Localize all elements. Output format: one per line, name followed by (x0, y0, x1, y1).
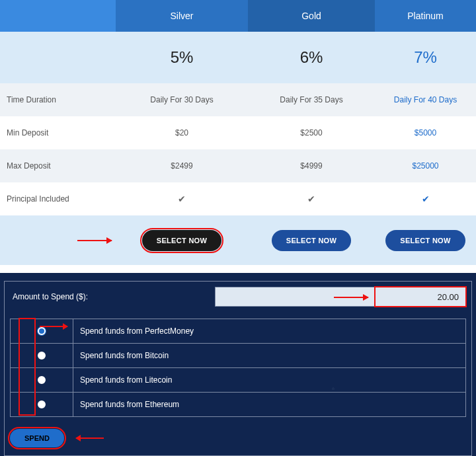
radio-icon[interactable] (38, 327, 46, 335)
plan-header-gold: Gold (248, 0, 375, 32)
check-icon: ✔ (178, 194, 186, 204)
arrow-right-icon (77, 240, 112, 241)
plan-header-platinum: Platinum (375, 0, 476, 32)
percent-platinum: 7% (375, 32, 476, 83)
select-cell-platinum: SELECT NOW (375, 215, 476, 265)
select-cell-gold: SELECT NOW (248, 215, 375, 265)
payment-row-perfectmoney[interactable]: Spend funds from PerfectMoney (11, 319, 465, 344)
percent-silver: 5% (116, 32, 248, 83)
radio-icon[interactable] (38, 352, 46, 360)
spend-panel: Amount to Spend ($): Spend funds from Pe… (0, 273, 476, 456)
arrow-right-icon (76, 437, 104, 439)
payment-label: Spend funds from Bitcoin (73, 344, 465, 367)
row-label-principal: Principal Included (0, 182, 116, 215)
payment-row-bitcoin[interactable]: Spend funds from Bitcoin (11, 344, 465, 368)
payment-label: Spend funds from Ethereum (73, 393, 465, 416)
payment-label: Spend funds from PerfectMoney (73, 319, 465, 343)
duration-platinum: Daily For 40 Days (375, 83, 476, 116)
row-label-duration: Time Duration (0, 83, 116, 116)
pricing-table: Silver Gold Platinum 5% 6% 7% Time Durat… (0, 0, 476, 265)
min-silver: $20 (116, 116, 248, 149)
row-label-max: Max Deposit (0, 149, 116, 182)
radio-icon[interactable] (38, 400, 46, 408)
payment-methods-table: Spend funds from PerfectMoney Spend fund… (10, 319, 466, 417)
payment-label: Spend funds from Litecoin (73, 368, 465, 392)
principal-silver: ✔ (116, 182, 248, 215)
amount-row: Amount to Spend ($): (10, 287, 466, 307)
row-label-min: Min Deposit (0, 116, 116, 149)
min-platinum: $5000 (375, 116, 476, 149)
header-blank (0, 0, 116, 32)
select-now-button-platinum[interactable]: SELECT NOW (385, 230, 465, 251)
check-icon: ✔ (307, 194, 315, 204)
check-icon: ✔ (422, 194, 430, 204)
spend-button[interactable]: SPEND (10, 429, 64, 447)
arrow-right-icon (40, 326, 67, 327)
duration-silver: Daily For 30 Days (116, 83, 248, 116)
radio-cell[interactable] (11, 368, 73, 392)
payment-row-ethereum[interactable]: Spend funds from Ethereum (11, 393, 465, 416)
max-platinum: $25000 (375, 149, 476, 182)
select-arrow-cell (0, 215, 116, 265)
spend-panel-inner: Amount to Spend ($): Spend funds from Pe… (4, 281, 472, 456)
max-silver: $2499 (116, 149, 248, 182)
min-gold: $2500 (248, 116, 375, 149)
select-now-button-silver[interactable]: SELECT NOW (142, 230, 221, 251)
plan-header-silver: Silver (116, 0, 248, 32)
arrow-right-icon (334, 297, 368, 298)
select-cell-silver: SELECT NOW (116, 215, 248, 265)
radio-cell[interactable] (11, 344, 73, 367)
principal-gold: ✔ (248, 182, 375, 215)
percent-gold: 6% (248, 32, 375, 83)
spend-button-row: SPEND (10, 429, 466, 447)
radio-icon[interactable] (38, 376, 46, 384)
max-gold: $4999 (248, 149, 375, 182)
payment-row-litecoin[interactable]: Spend funds from Litecoin (11, 368, 465, 393)
amount-label: Amount to Spend ($): (10, 292, 215, 301)
select-now-button-gold[interactable]: SELECT NOW (272, 230, 351, 251)
principal-platinum: ✔ (375, 182, 476, 215)
radio-cell[interactable] (11, 393, 73, 416)
percent-blank (0, 32, 116, 83)
duration-gold: Daily For 35 Days (248, 83, 375, 116)
amount-input-wrap (215, 287, 466, 307)
